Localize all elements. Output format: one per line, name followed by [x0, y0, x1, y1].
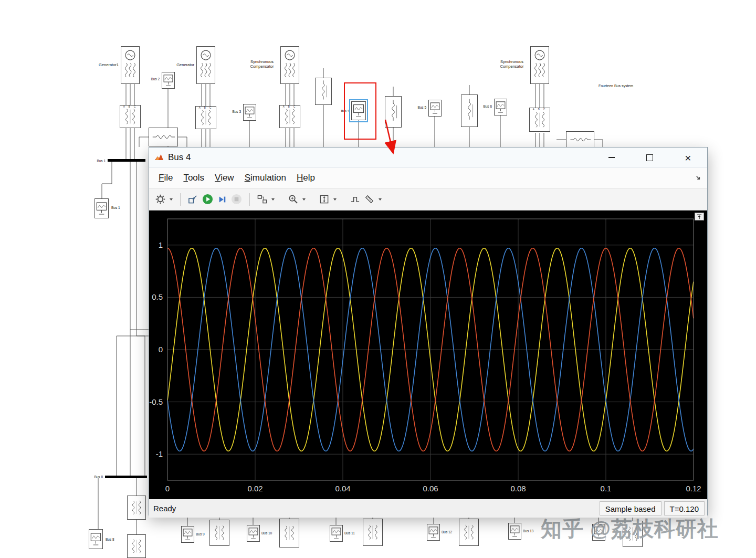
- measurements-dropdown-caret[interactable]: [379, 198, 382, 201]
- svg-text:0.04: 0.04: [335, 484, 350, 493]
- svg-text:0: 0: [165, 484, 170, 493]
- transformer-block[interactable]: A B C: [120, 105, 141, 128]
- scope-window: Bus 4 × File Tools View Simulation Help: [149, 147, 708, 515]
- menu-tools[interactable]: Tools: [178, 173, 209, 183]
- scope-block-bus11[interactable]: [330, 525, 343, 542]
- transformer-block[interactable]: [459, 519, 479, 546]
- sync-compensator1-block[interactable]: [280, 46, 299, 84]
- scope-block-bus13[interactable]: [508, 523, 521, 540]
- menu-simulation[interactable]: Simulation: [239, 173, 291, 183]
- scope-block-bus10[interactable]: [247, 525, 260, 542]
- scope-block-bus8[interactable]: [89, 529, 103, 549]
- expand-plot-button[interactable]: [695, 213, 704, 220]
- transformer-ports: A B C: [280, 106, 300, 108]
- line-block[interactable]: [149, 128, 178, 146]
- bus8-scope-label: Bus 8: [106, 538, 122, 542]
- svg-text:0.5: 0.5: [152, 292, 163, 301]
- line-impedance-block[interactable]: [385, 96, 402, 128]
- scope-block-bus12[interactable]: [427, 524, 440, 541]
- sync-compensator2-block[interactable]: [530, 46, 549, 84]
- scope-block-bus5[interactable]: [428, 100, 442, 117]
- line-impedance-block[interactable]: [315, 78, 332, 105]
- title-bar[interactable]: Bus 4 ×: [149, 148, 707, 168]
- toolbar-separator: [180, 193, 181, 206]
- sync-compensator2-label: Synchronous Compensator: [496, 59, 528, 69]
- system-title: Fourteen Bus system: [597, 84, 634, 88]
- highlight-block-button[interactable]: [187, 192, 199, 207]
- bus1-bar-label: Bus 1: [88, 159, 106, 163]
- generator1-label: Generator1: [88, 62, 119, 67]
- plot-area: 00.020.040.060.080.10.1210.50-0.5-1: [149, 210, 707, 499]
- layout-button[interactable]: [256, 192, 268, 207]
- generator-label: Generator: [163, 62, 194, 67]
- sync-compensator1-label: Synchronous Compensator: [246, 59, 278, 69]
- scope-block-bus1[interactable]: [94, 198, 109, 218]
- menu-view[interactable]: View: [209, 173, 239, 183]
- generator-block[interactable]: [196, 46, 215, 84]
- bus12-label: Bus 12: [442, 530, 460, 534]
- zoom-icon: [288, 194, 298, 204]
- scope-block-bus2[interactable]: [162, 72, 175, 89]
- scope-toolbar: [149, 188, 707, 210]
- transformer-block[interactable]: [279, 519, 299, 548]
- trigger-button[interactable]: [349, 192, 361, 207]
- scope-block-bus4[interactable]: [351, 101, 366, 120]
- matlab-scope-icon: [154, 153, 164, 162]
- scope-block-bus3[interactable]: [243, 104, 256, 121]
- highlight-block-icon: [188, 194, 198, 204]
- layout-dropdown-caret[interactable]: [271, 198, 275, 201]
- bus8-bar[interactable]: [105, 476, 147, 478]
- bus2-label: Bus 2: [141, 77, 160, 81]
- watermark: 知乎 @荔枝科研社: [541, 514, 756, 543]
- svg-text:0: 0: [159, 345, 163, 354]
- zoom-dropdown-caret[interactable]: [302, 198, 306, 201]
- transformer-block[interactable]: A B C: [529, 108, 550, 132]
- svg-text:-0.5: -0.5: [149, 397, 163, 406]
- bus11-label: Bus 11: [344, 531, 363, 535]
- expand-arrow-icon: [696, 214, 702, 219]
- minimize-button[interactable]: [592, 148, 631, 167]
- close-icon: ×: [685, 152, 691, 163]
- line-block[interactable]: [566, 131, 594, 148]
- bus9-label: Bus 9: [196, 532, 214, 536]
- status-bar: Ready Sample based T=0.120: [149, 499, 707, 518]
- bus10-label: Bus 10: [261, 531, 280, 535]
- run-button[interactable]: [201, 192, 214, 207]
- fit-view-button[interactable]: [318, 192, 330, 207]
- status-sample-mode: Sample based: [600, 501, 662, 515]
- bus6-label: Bus 6: [473, 104, 492, 109]
- settings-button[interactable]: [154, 192, 166, 207]
- bus1-bar[interactable]: [108, 159, 145, 162]
- zoom-button[interactable]: [287, 192, 299, 207]
- fit-view-icon: [319, 194, 329, 204]
- toolbar-separator: [249, 193, 250, 206]
- settings-dropdown-caret[interactable]: [170, 198, 173, 201]
- bus3-label: Bus 3: [222, 110, 241, 114]
- svg-text:1: 1: [159, 240, 163, 249]
- minimize-icon: [608, 157, 615, 158]
- gear-icon: [155, 194, 165, 204]
- transformer-block[interactable]: A B C: [195, 106, 216, 129]
- transformer-block[interactable]: [127, 534, 146, 558]
- menu-file[interactable]: File: [153, 173, 178, 183]
- scope-block-bus6[interactable]: [494, 99, 507, 115]
- stop-button[interactable]: [230, 192, 243, 207]
- maximize-button[interactable]: [631, 148, 669, 167]
- step-forward-icon: [217, 195, 227, 204]
- scope-block-bus9[interactable]: [181, 526, 194, 543]
- menu-bar: File Tools View Simulation Help: [149, 168, 707, 188]
- svg-text:-1: -1: [156, 449, 163, 458]
- menu-help[interactable]: Help: [291, 173, 320, 183]
- transformer-block[interactable]: [127, 496, 146, 520]
- dock-icon[interactable]: [695, 175, 702, 182]
- generator1-block[interactable]: [121, 46, 140, 84]
- step-forward-button[interactable]: [216, 192, 228, 207]
- transformer-block[interactable]: A B C: [279, 105, 300, 128]
- svg-text:0.02: 0.02: [247, 484, 262, 493]
- line-impedance-block[interactable]: [461, 94, 478, 127]
- fit-view-dropdown-caret[interactable]: [333, 198, 337, 201]
- close-button[interactable]: ×: [669, 148, 707, 167]
- bus4-label: Bus 4: [330, 109, 349, 113]
- transformer-block[interactable]: [363, 519, 383, 546]
- measurements-button[interactable]: [363, 192, 375, 207]
